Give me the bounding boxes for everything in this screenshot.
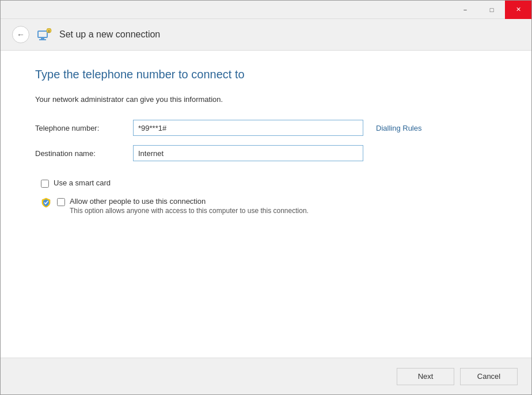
next-button[interactable]: Next <box>397 368 454 385</box>
allow-others-label[interactable]: Allow other people to use this connectio… <box>70 197 309 206</box>
telephone-input[interactable] <box>133 120 363 136</box>
checkbox-section: Use a smart card Allow other people to u… <box>35 178 497 215</box>
destination-input[interactable] <box>133 145 363 161</box>
back-button[interactable]: ← <box>12 26 29 43</box>
main-window: − □ ✕ ← i Set up a new connection Type t… <box>0 0 532 395</box>
back-arrow-icon: ← <box>17 30 25 39</box>
svg-rect-2 <box>39 39 46 40</box>
svg-rect-0 <box>38 31 47 37</box>
shield-svg-icon <box>41 198 51 208</box>
footer: Next Cancel <box>1 358 531 394</box>
page-heading: Type the telephone number to connect to <box>35 68 497 81</box>
shield-icon <box>41 198 52 209</box>
smart-card-checkbox[interactable] <box>41 180 49 188</box>
cancel-button[interactable]: Cancel <box>460 368 518 385</box>
title-bar: − □ ✕ <box>1 1 531 19</box>
description-text: Your network administrator can give you … <box>35 95 497 104</box>
smart-card-label[interactable]: Use a smart card <box>54 178 111 187</box>
connection-icon: i <box>36 26 52 43</box>
minimize-button[interactable]: − <box>452 1 478 19</box>
maximize-button[interactable]: □ <box>478 1 505 19</box>
network-icon-svg: i <box>37 28 52 41</box>
destination-row: Destination name: <box>35 145 497 161</box>
destination-label: Destination name: <box>35 149 127 158</box>
close-button[interactable]: ✕ <box>505 1 531 19</box>
svg-rect-1 <box>41 37 44 39</box>
form-section: Telephone number: Dialling Rules Destina… <box>35 120 497 161</box>
allow-others-sublabel: This option allows anyone with access to… <box>70 207 309 215</box>
main-content: Type the telephone number to connect to … <box>1 51 531 358</box>
window-title: Set up a new connection <box>59 29 160 40</box>
window-controls: − □ ✕ <box>452 1 531 19</box>
allow-others-row: Allow other people to use this connectio… <box>41 197 497 215</box>
allow-others-checkbox[interactable] <box>57 198 65 206</box>
svg-text:i: i <box>48 29 50 33</box>
telephone-label: Telephone number: <box>35 124 127 132</box>
header-bar: ← i Set up a new connection <box>1 19 531 51</box>
allow-others-label-group: Allow other people to use this connectio… <box>70 197 309 215</box>
dialling-rules-link[interactable]: Dialling Rules <box>376 124 421 132</box>
telephone-row: Telephone number: Dialling Rules <box>35 120 497 136</box>
smart-card-row: Use a smart card <box>41 178 497 188</box>
